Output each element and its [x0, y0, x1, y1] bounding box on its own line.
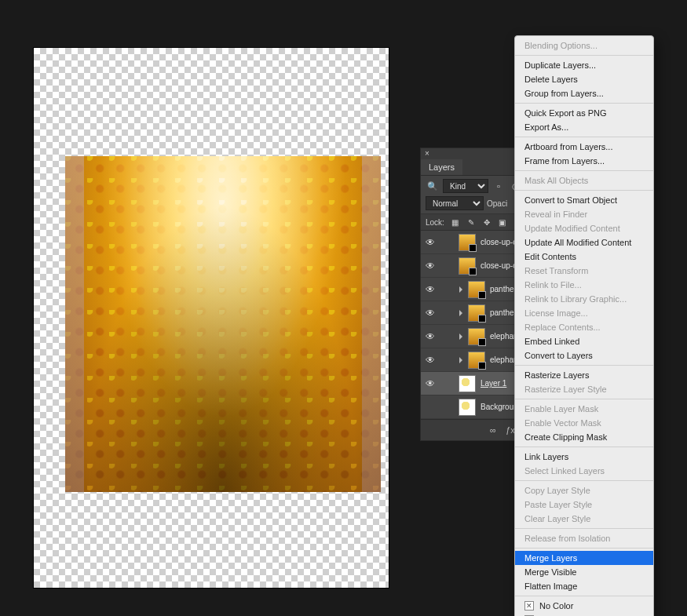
- visibility-toggle[interactable]: 👁: [424, 237, 437, 248]
- menu-item[interactable]: Convert to Layers: [515, 348, 653, 363]
- lock-label: Lock:: [426, 218, 444, 227]
- layer-thumbnail[interactable]: [459, 257, 476, 275]
- menu-item[interactable]: Flatten Image: [515, 579, 653, 593]
- menu-item: Reveal in Finder: [515, 207, 653, 221]
- menu-item[interactable]: Duplicate Layers...: [515, 58, 653, 72]
- menu-separator: [515, 399, 653, 399]
- menu-separator: [515, 480, 653, 481]
- menu-item[interactable]: Group from Layers...: [515, 86, 653, 100]
- visibility-toggle[interactable]: 👁: [424, 331, 437, 342]
- menu-item: Rasterize Layer Style: [515, 382, 653, 396]
- menu-item[interactable]: Artboard from Layers...: [515, 140, 653, 154]
- menu-item: Select Linked Layers: [515, 464, 653, 478]
- menu-item: Relink to File...: [515, 278, 653, 292]
- menu-color-item[interactable]: Red: [515, 613, 653, 616]
- menu-separator: [515, 137, 653, 137]
- menu-separator: [515, 190, 653, 191]
- document-canvas[interactable]: [33, 47, 389, 589]
- layer-context-menu: Blending Options...Duplicate Layers...De…: [514, 35, 654, 616]
- menu-item[interactable]: Embed Linked: [515, 334, 653, 348]
- menu-item: Reset Transform: [515, 264, 653, 278]
- search-icon: 🔍: [426, 179, 440, 193]
- menu-item: Enable Layer Mask: [515, 402, 653, 416]
- artwork-image: [65, 156, 381, 492]
- menu-item[interactable]: Convert to Smart Object: [515, 193, 653, 207]
- menu-separator: [515, 103, 653, 104]
- menu-separator: [515, 365, 653, 366]
- menu-separator: [515, 596, 653, 596]
- lock-pixels-icon[interactable]: ✎: [465, 216, 477, 228]
- menu-item[interactable]: Link Layers: [515, 450, 653, 464]
- menu-item[interactable]: Delete Layers: [515, 72, 653, 86]
- menu-item: Enable Vector Mask: [515, 416, 653, 430]
- layer-thumbnail[interactable]: [459, 375, 476, 392]
- blend-mode-select[interactable]: Normal: [426, 196, 484, 210]
- menu-separator: [515, 447, 653, 447]
- layer-thumbnail[interactable]: [468, 352, 485, 369]
- menu-item: License Image...: [515, 306, 653, 320]
- menu-item: Blending Options...: [515, 38, 653, 53]
- layer-thumbnail[interactable]: [468, 328, 485, 345]
- menu-color-item[interactable]: No Color: [515, 599, 653, 613]
- menu-item: Release from Isolation: [515, 531, 653, 545]
- artwork-edge-left: [65, 156, 84, 492]
- filter-kind-select[interactable]: Kind: [443, 179, 488, 193]
- menu-item: Copy Layer Style: [515, 483, 653, 498]
- menu-item[interactable]: Merge Visible: [515, 565, 653, 579]
- menu-item[interactable]: Quick Export as PNG: [515, 106, 653, 120]
- menu-item: Clear Layer Style: [515, 512, 653, 526]
- menu-item[interactable]: Merge Layers: [515, 551, 653, 565]
- visibility-toggle[interactable]: 👁: [424, 378, 437, 389]
- visibility-toggle[interactable]: 👁: [424, 308, 437, 319]
- visibility-toggle[interactable]: 👁: [424, 261, 437, 272]
- artwork-edge-right: [362, 156, 381, 492]
- tab-layers[interactable]: Layers: [421, 159, 462, 175]
- opacity-label: Opaci: [487, 199, 507, 208]
- menu-separator: [515, 55, 653, 56]
- menu-separator: [515, 170, 653, 171]
- menu-item[interactable]: Create Clipping Mask: [515, 430, 653, 444]
- menu-item: Mask All Objects: [515, 173, 653, 188]
- menu-item: Replace Contents...: [515, 320, 653, 334]
- layer-thumbnail[interactable]: [468, 304, 485, 322]
- menu-separator: [515, 528, 653, 529]
- menu-item: Update Modified Content: [515, 221, 653, 235]
- menu-item[interactable]: Frame from Layers...: [515, 154, 653, 168]
- lock-position-icon[interactable]: ✥: [481, 216, 493, 228]
- kind-filter-pixel-icon[interactable]: ▫: [491, 179, 506, 193]
- color-label: No Color: [539, 600, 573, 611]
- layer-thumbnail[interactable]: [468, 281, 485, 298]
- menu-item[interactable]: Rasterize Layers: [515, 368, 653, 382]
- lock-transparency-icon[interactable]: ▦: [449, 216, 462, 228]
- color-swatch: [524, 601, 534, 611]
- visibility-toggle[interactable]: 👁: [424, 355, 437, 366]
- menu-item[interactable]: Edit Contents: [515, 250, 653, 264]
- close-icon[interactable]: ×: [423, 150, 431, 158]
- lock-artboard-icon[interactable]: ▣: [496, 216, 509, 228]
- link-layers-icon[interactable]: ∞: [487, 424, 499, 436]
- layer-thumbnail[interactable]: [459, 234, 476, 251]
- menu-separator: [515, 548, 653, 549]
- visibility-toggle[interactable]: 👁: [424, 284, 437, 295]
- menu-item[interactable]: Export As...: [515, 120, 653, 134]
- layer-thumbnail[interactable]: [459, 399, 476, 416]
- menu-item[interactable]: Update All Modified Content: [515, 235, 653, 250]
- menu-item: Paste Layer Style: [515, 498, 653, 512]
- menu-item: Relink to Library Graphic...: [515, 292, 653, 306]
